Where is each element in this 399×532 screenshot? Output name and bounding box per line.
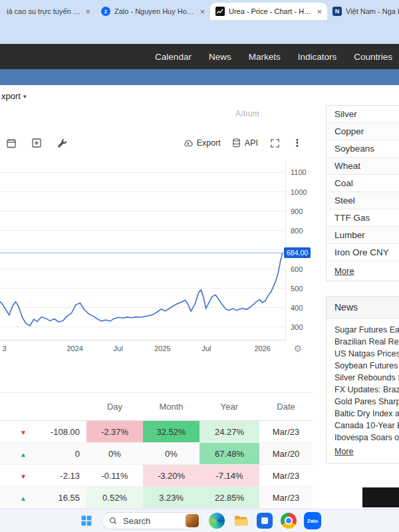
month-percent: 0% <box>143 443 200 465</box>
indicators-wrench-icon[interactable] <box>56 137 68 149</box>
browser-tab-tocom[interactable]: iá cao su trực tuyến sàn Tocom × <box>1 3 96 20</box>
table-row[interactable]: ▼-2.13-0.11%-3.20%-7.14%Mar/23 <box>0 465 313 487</box>
year-percent: 67.48% <box>200 443 259 465</box>
news-item[interactable]: US Natgas Prices E <box>327 348 399 360</box>
date-cell: Mar/23 <box>259 465 313 487</box>
nav-item-calendar[interactable]: Calendar <box>155 52 192 62</box>
table-row[interactable]: ▲16.550.52%3.23%22.85%Mar/23 <box>0 487 313 509</box>
chrome-icon[interactable] <box>280 512 297 529</box>
sidebar-item-ttf-gas[interactable]: TTF Gas <box>327 209 399 227</box>
tab-title: Việt Nam - Nga kỳ <box>346 7 399 15</box>
x-axis-label: 2025 <box>154 344 170 352</box>
chart-x-axis: ⚙ 32024Jul2025Jul2026 <box>0 343 313 358</box>
news-item[interactable]: FX Updates: Brazilia <box>327 384 399 396</box>
trading-economics-favicon-icon <box>215 7 225 16</box>
taskbar-search[interactable]: Search <box>102 512 201 529</box>
x-axis-label: Jul <box>201 344 211 352</box>
search-icon <box>109 517 118 525</box>
fullscreen-icon[interactable] <box>269 137 281 149</box>
news-item[interactable]: Baltic Dry Index at N <box>327 408 399 420</box>
browser-toolbar <box>0 20 399 44</box>
app-icon[interactable] <box>256 512 273 529</box>
sidebar-item-wheat[interactable]: Wheat <box>327 158 399 175</box>
search-highlight-image[interactable] <box>186 514 199 527</box>
sidebar-item-soybeans[interactable]: Soybeans <box>327 140 399 158</box>
table-row[interactable]: ▲00%0%67.48%Mar/20 <box>0 443 313 465</box>
commodities-list: SilverCopperSoybeansWheatCoalSteelTTF Ga… <box>327 106 399 261</box>
price-line-chart[interactable] <box>0 161 286 340</box>
gear-icon[interactable]: ⚙ <box>293 343 302 354</box>
sidebar-item-silver[interactable]: Silver <box>327 106 399 123</box>
export-dropdown[interactable]: xport ▾ <box>1 91 26 101</box>
kebab-menu-icon[interactable]: ⋮ <box>291 137 303 149</box>
news-list: Sugar Futures EaseBrazilian Real ReboUS … <box>327 324 399 444</box>
screen: iá cao su trực tuyến sàn Tocom × Z Zalo … <box>0 0 399 532</box>
caret-down-icon: ▾ <box>23 93 27 100</box>
date-range-icon[interactable] <box>5 137 17 149</box>
x-axis-label: 3 <box>2 344 6 352</box>
y-axis-label: 600 <box>291 265 303 273</box>
news-item[interactable]: Soybean Futures Ho <box>327 360 399 372</box>
tab-close-icon[interactable]: × <box>317 7 322 16</box>
y-axis-label: 800 <box>291 227 303 235</box>
chart-export-button[interactable]: Export <box>183 138 221 148</box>
chart-plot[interactable] <box>0 161 286 340</box>
nav-item-news[interactable]: News <box>209 52 231 62</box>
change-value: -108.00 <box>47 421 86 443</box>
change-value: 0 <box>47 443 86 465</box>
nav-item-markets[interactable]: Markets <box>249 52 281 62</box>
tab-title: Zalo - Nguyen Huy Hoang <box>114 7 196 15</box>
edge-icon[interactable] <box>208 512 225 529</box>
browser-tab-zalo[interactable]: Z Zalo - Nguyen Huy Hoang × <box>96 3 210 20</box>
sidebar-item-copper[interactable]: Copper <box>327 123 399 140</box>
zalo-icon[interactable]: Zalo <box>304 512 321 529</box>
chart-toolbar: Export API ⋮ <box>0 132 313 154</box>
browser-tab-urea-active[interactable]: Urea - Price - Chart - Historical × <box>210 3 327 20</box>
export-cloud-icon <box>183 138 194 148</box>
news-item[interactable]: Brazilian Real Rebo <box>327 336 399 348</box>
news-item[interactable]: Gold Pares Sharp Lo <box>327 396 399 408</box>
price-series-line <box>0 253 283 326</box>
quotes-table-body: ▼-108.00-2.37%32.52%24.27%Mar/23▲00%0%67… <box>0 421 313 509</box>
search-label: Search <box>123 516 180 526</box>
change-indicator-cell: ▼ <box>0 465 47 487</box>
export-dropdown-label: xport <box>1 91 21 101</box>
day-percent: -2.37% <box>86 421 143 443</box>
sidebar-item-steel[interactable]: Steel <box>327 192 399 209</box>
y-axis-label: 1100 <box>291 168 307 176</box>
tab-close-icon[interactable]: × <box>200 7 205 16</box>
site-nav: CalendarNewsMarketsIndicatorsCountries <box>155 52 392 62</box>
folder-icon[interactable] <box>232 512 249 529</box>
sidebar-item-iron-ore-cny[interactable]: Iron Ore CNY <box>327 244 399 261</box>
news-item[interactable]: Silver Rebounds Sh <box>327 372 399 384</box>
sidebar-item-lumber[interactable]: Lumber <box>327 227 399 244</box>
ad-box[interactable] <box>362 487 399 507</box>
chart-export-label: Export <box>197 138 221 148</box>
year-percent: 22.85% <box>200 487 259 509</box>
sidebar-item-coal[interactable]: Coal <box>327 175 399 192</box>
x-axis-label: 2026 <box>254 344 270 352</box>
day-percent: 0% <box>86 443 143 465</box>
up-triangle-icon: ▲ <box>20 495 27 502</box>
news-card: News Sugar Futures EaseBrazilian Real Re… <box>326 296 399 464</box>
compare-add-icon[interactable] <box>31 137 43 149</box>
nav-item-indicators[interactable]: Indicators <box>298 52 337 62</box>
news-item[interactable]: Ibovespa Soars on L <box>327 432 399 444</box>
news-more-link[interactable]: More <box>327 444 399 462</box>
browser-tab-vietnam[interactable]: N Việt Nam - Nga kỳ <box>327 3 399 20</box>
col-header-indicator <box>0 393 47 421</box>
site-header: CalendarNewsMarketsIndicatorsCountries <box>0 44 399 69</box>
news-item[interactable]: Canada 10-Year Bon <box>327 420 399 432</box>
table-row[interactable]: ▼-108.00-2.37%32.52%24.27%Mar/23 <box>0 421 313 443</box>
day-percent: -0.11% <box>86 465 143 487</box>
nav-item-countries[interactable]: Countries <box>354 52 392 62</box>
page-content: xport ▾ Altium <box>0 85 399 509</box>
commodities-card: SilverCopperSoybeansWheatCoalSteelTTF Ga… <box>326 105 399 281</box>
windows-start-icon[interactable] <box>78 512 95 529</box>
col-header-month: Month <box>143 393 200 421</box>
commodities-more-link[interactable]: More <box>327 261 399 281</box>
sidebar: SilverCopperSoybeansWheatCoalSteelTTF Ga… <box>326 105 399 464</box>
news-item[interactable]: Sugar Futures Ease <box>327 324 399 336</box>
tab-close-icon[interactable]: × <box>85 7 90 16</box>
chart-api-button[interactable]: API <box>231 138 258 148</box>
